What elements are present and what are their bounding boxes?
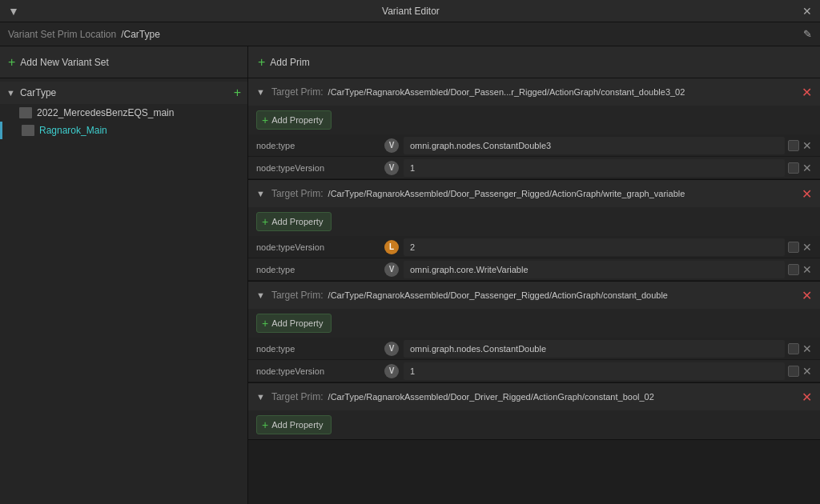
main-layout: + Add New Variant Set ▼ CarType + 2022_M…: [0, 46, 820, 504]
section-4-header: ▼ Target Prim: /CarType/RagnarokAssemble…: [248, 383, 820, 410]
section-2-header: ▼ Target Prim: /CarType/RagnarokAssemble…: [248, 180, 820, 207]
section-3-add-property-row: + Add Property: [248, 309, 820, 338]
add-property-label-4: Add Property: [271, 420, 323, 430]
prop-type-icon-1-0: V: [384, 138, 399, 153]
section-1-add-property-row: + Add Property: [248, 106, 820, 134]
left-panel-content: ▼ CarType + 2022_MercedesBenzEQS_main Ra…: [0, 78, 247, 142]
target-prim-label-3: Target Prim:: [271, 290, 324, 301]
section-4-close-button[interactable]: ✕: [802, 390, 812, 405]
ragnarok-label: Ragnarok_Main: [39, 125, 107, 136]
tree-root-cartype[interactable]: ▼ CarType +: [0, 82, 247, 104]
close-button[interactable]: ✕: [802, 5, 812, 18]
target-prim-path-4: /CarType/RagnarokAssembled/Door_Driver_R…: [328, 392, 654, 402]
section-2-property-0: node:typeVersion L 2 ✕: [248, 236, 820, 258]
add-property-label-1: Add Property: [271, 115, 323, 125]
prop-name-2-0: node:typeVersion: [256, 242, 384, 252]
prop-remove-2-1[interactable]: ✕: [802, 264, 812, 275]
prop-remove-2-0[interactable]: ✕: [802, 242, 812, 253]
ragnarok-icon: [22, 125, 34, 136]
section-2-chevron: ▼: [256, 189, 265, 198]
prop-name-1-1: node:typeVersion: [256, 163, 384, 173]
prop-remove-3-0[interactable]: ✕: [802, 343, 812, 354]
mercedes-label: 2022_MercedesBenzEQS_main: [37, 107, 174, 118]
section-2-add-property-row: + Add Property: [248, 207, 820, 236]
prop-remove-1-1[interactable]: ✕: [802, 162, 812, 174]
prop-checkbox-1-0[interactable]: [788, 140, 799, 151]
prop-value-2-0: 2: [404, 238, 785, 256]
section-3-header: ▼ Target Prim: /CarType/RagnarokAssemble…: [248, 282, 820, 309]
section-1-add-property-button[interactable]: + Add Property: [256, 110, 332, 130]
prop-value-1-0: omni.graph.nodes.ConstantDouble3: [404, 137, 785, 154]
section-3-close-button[interactable]: ✕: [802, 288, 812, 303]
target-prim-path-3: /CarType/RagnarokAssembled/Door_Passenge…: [328, 290, 668, 300]
section-4-add-property-row: + Add Property: [248, 410, 820, 439]
tree-root-label: CarType: [20, 87, 56, 98]
right-panel: + Add Prim ▼ Target Prim: /CarType/Ragna…: [248, 46, 820, 504]
section-4-add-property-button[interactable]: + Add Property: [256, 415, 332, 434]
section-1-header: ▼ Target Prim: /CarType/RagnarokAssemble…: [248, 78, 820, 106]
prop-type-icon-2-1: V: [384, 262, 399, 277]
window-title: Variant Editor: [382, 6, 440, 17]
section-4: ▼ Target Prim: /CarType/RagnarokAssemble…: [248, 383, 820, 440]
prop-remove-1-0[interactable]: ✕: [802, 140, 812, 151]
add-property-plus-icon-4: +: [262, 418, 268, 431]
add-property-plus-icon-3: +: [262, 317, 268, 330]
target-prim-label-1: Target Prim:: [271, 86, 324, 98]
add-property-label-2: Add Property: [271, 217, 323, 226]
prop-name-2-1: node:type: [256, 265, 384, 274]
breadcrumb-bar: Variant Set Prim Location /CarType ✎: [0, 22, 820, 46]
prop-value-2-1: omni.graph.core.WriteVariable: [404, 261, 785, 278]
target-prim-path-2: /CarType/RagnarokAssembled/Door_Passenge…: [328, 189, 685, 198]
section-1-property-0: node:type V omni.graph.nodes.ConstantDou…: [248, 134, 820, 157]
menu-icon[interactable]: ▼: [8, 5, 19, 18]
tree-add-child-icon[interactable]: +: [234, 86, 241, 100]
prop-value-3-1: 1: [404, 362, 785, 380]
title-bar: ▼ Variant Editor ✕: [0, 0, 820, 22]
add-property-plus-icon: +: [262, 114, 268, 126]
prop-type-icon-3-1: V: [384, 364, 399, 378]
prop-remove-3-1[interactable]: ✕: [802, 366, 812, 377]
left-panel: + Add New Variant Set ▼ CarType + 2022_M…: [0, 46, 248, 504]
prop-checkbox-2-1[interactable]: [788, 264, 799, 275]
breadcrumb-label: Variant Set Prim Location: [8, 29, 116, 40]
section-1-chevron: ▼: [256, 87, 265, 97]
section-3: ▼ Target Prim: /CarType/RagnarokAssemble…: [248, 282, 820, 383]
tree-chevron-icon: ▼: [6, 88, 15, 98]
prop-checkbox-3-1[interactable]: [788, 366, 799, 377]
prop-checkbox-3-0[interactable]: [788, 343, 799, 354]
section-1-close-button[interactable]: ✕: [802, 85, 812, 100]
add-variant-set-label: Add New Variant Set: [20, 57, 109, 68]
add-variant-set-icon[interactable]: +: [8, 55, 15, 70]
section-3-property-0: node:type V omni.graph.nodes.ConstantDou…: [248, 338, 820, 360]
prop-value-1-1: 1: [404, 159, 785, 177]
section-2-close-button[interactable]: ✕: [802, 186, 812, 202]
add-prim-icon[interactable]: +: [258, 55, 265, 70]
section-4-chevron: ▼: [256, 392, 265, 402]
section-1-property-1: node:typeVersion V 1 ✕: [248, 157, 820, 179]
target-prim-label-4: Target Prim:: [271, 391, 324, 402]
right-panel-header: + Add Prim: [248, 46, 820, 78]
prop-type-icon-3-0: V: [384, 342, 399, 356]
section-3-property-1: node:typeVersion V 1 ✕: [248, 360, 820, 382]
target-prim-label-2: Target Prim:: [271, 188, 324, 199]
prop-name-3-0: node:type: [256, 344, 384, 354]
prop-checkbox-1-1[interactable]: [788, 162, 799, 174]
add-property-plus-icon-2: +: [262, 215, 268, 228]
section-3-add-property-button[interactable]: + Add Property: [256, 314, 332, 333]
prop-type-icon-1-1: V: [384, 161, 399, 175]
breadcrumb-edit-button[interactable]: ✎: [803, 28, 812, 40]
prop-checkbox-2-0[interactable]: [788, 242, 799, 253]
section-3-chevron: ▼: [256, 290, 265, 300]
section-1: ▼ Target Prim: /CarType/RagnarokAssemble…: [248, 78, 820, 180]
section-2-add-property-button[interactable]: + Add Property: [256, 212, 332, 231]
prop-name-3-1: node:typeVersion: [256, 366, 384, 376]
prop-type-icon-2-0: L: [384, 240, 399, 254]
target-prim-path-1: /CarType/RagnarokAssembled/Door_Passen..…: [328, 87, 685, 97]
tree-child-mercedes[interactable]: 2022_MercedesBenzEQS_main: [0, 104, 247, 122]
prop-value-3-0: omni.graph.nodes.ConstantDouble: [404, 340, 785, 358]
tree-child-ragnarok[interactable]: Ragnarok_Main: [0, 122, 247, 139]
mercedes-icon: [19, 107, 32, 118]
section-2-property-1: node:type V omni.graph.core.WriteVariabl…: [248, 258, 820, 281]
prop-name-1-0: node:type: [256, 141, 384, 150]
section-2: ▼ Target Prim: /CarType/RagnarokAssemble…: [248, 180, 820, 282]
